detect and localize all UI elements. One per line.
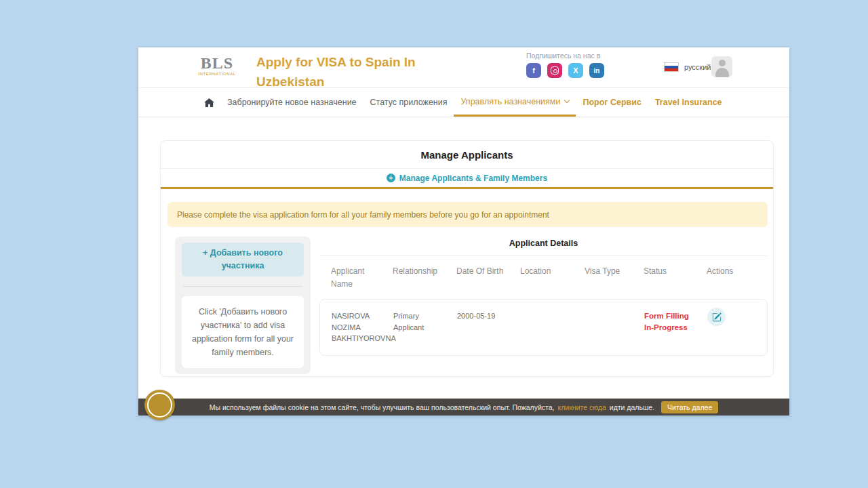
instagram-glyph — [551, 66, 559, 75]
user-avatar[interactable] — [711, 56, 732, 77]
language-label: русский — [684, 63, 711, 71]
nav-manage-appointments[interactable]: Управлять назначениями — [454, 88, 576, 117]
col-actions: Actions — [707, 265, 768, 290]
applicant-name-value: NASIROVA NOZIMA BAKHTIYOROVNA — [332, 310, 393, 344]
browser-page: BLS INTERNATIONAL Apply for VISA to Spai… — [138, 47, 789, 415]
page-title: Apply for VISA to Spain In Uzbekistan — [256, 52, 446, 92]
tab-label: Manage Applicants & Family Members — [399, 174, 547, 183]
edit-pencil-icon — [712, 312, 722, 322]
cookie-consent-bar: Мы используем файлы cookie на этом сайте… — [138, 399, 789, 415]
col-location: Location — [520, 265, 585, 290]
status-badge: Form Filling In-Progress — [644, 310, 707, 344]
col-visa-type: Visa Type — [585, 265, 644, 290]
bls-logo-text: BLS — [195, 55, 239, 71]
chevron-down-icon — [564, 98, 570, 103]
date-of-birth-value: 2000-05-19 — [457, 310, 521, 344]
applicant-details-title: Applicant Details — [319, 239, 768, 248]
cookie-text: Мы используем файлы cookie на этом сайте… — [210, 403, 555, 411]
location-value — [521, 310, 585, 344]
twitter-x-icon[interactable]: X — [568, 63, 583, 78]
card-title: Manage Applicants — [161, 141, 773, 169]
col-applicant-name: Applicant Name — [331, 265, 393, 290]
nav-application-status[interactable]: Статус приложения — [363, 88, 454, 117]
col-relationship: Relationship — [393, 265, 456, 290]
social-follow-label: Подпишитесь на нас в — [526, 52, 604, 60]
tab-manage-applicants-family[interactable]: + Manage Applicants & Family Members — [161, 169, 773, 189]
applicant-sidebar: + Добавить нового участника Click 'Добав… — [175, 237, 311, 374]
edit-applicant-button[interactable] — [707, 308, 726, 326]
bls-logo-subtext: INTERNATIONAL — [195, 72, 239, 76]
plus-circle-icon: + — [387, 174, 395, 182]
facebook-icon[interactable]: f — [526, 63, 541, 78]
card-body: + Добавить нового участника Click 'Добав… — [161, 237, 773, 374]
instagram-icon[interactable] — [547, 63, 562, 78]
actions-cell — [707, 310, 767, 344]
nav-premium-service[interactable]: Порог Сервис — [576, 88, 648, 117]
home-icon — [204, 98, 214, 108]
applicant-details-section: Applicant Details Applicant Name Relatio… — [319, 237, 768, 374]
main-navigation: Забронируйте новое назначение Статус при… — [138, 88, 789, 117]
table-row: NASIROVA NOZIMA BAKHTIYOROVNA Primary Ap… — [319, 299, 768, 356]
floating-assist-widget[interactable] — [144, 390, 175, 420]
visa-type-value — [585, 310, 644, 344]
language-selector[interactable]: русский — [664, 62, 711, 72]
site-header: BLS INTERNATIONAL Apply for VISA to Spai… — [138, 47, 789, 88]
col-date-of-birth: Date Of Birth — [456, 265, 520, 290]
nav-home[interactable] — [198, 88, 220, 117]
social-icons: f X in — [526, 63, 604, 78]
sidebar-divider — [183, 286, 302, 287]
relationship-value: Primary Applicant — [393, 310, 457, 344]
bls-logo[interactable]: BLS INTERNATIONAL — [195, 55, 239, 76]
notice-banner: Please complete the visa application for… — [167, 202, 768, 227]
social-follow-block: Подпишитесь на нас в f X in — [526, 52, 604, 78]
cookie-click-here-link[interactable]: кликните сюда — [558, 403, 606, 411]
russian-flag-icon — [664, 62, 679, 72]
nav-travel-insurance[interactable]: Travel Insurance — [648, 88, 729, 117]
sidebar-hint: Click 'Добавить нового участника' to add… — [182, 296, 304, 368]
manage-applicants-card: Manage Applicants + Manage Applicants & … — [160, 140, 774, 377]
linkedin-icon[interactable]: in — [589, 63, 604, 78]
cookie-text-after: идти дальше. — [610, 403, 654, 411]
read-more-button[interactable]: Читать далее — [661, 401, 718, 413]
table-header-row: Applicant Name Relationship Date Of Birt… — [319, 256, 768, 290]
add-new-applicant-button[interactable]: + Добавить нового участника — [182, 243, 304, 277]
col-status: Status — [644, 265, 707, 290]
nav-manage-appointments-label: Управлять назначениями — [460, 97, 560, 106]
nav-book-new-appointment[interactable]: Забронируйте новое назначение — [220, 88, 363, 117]
